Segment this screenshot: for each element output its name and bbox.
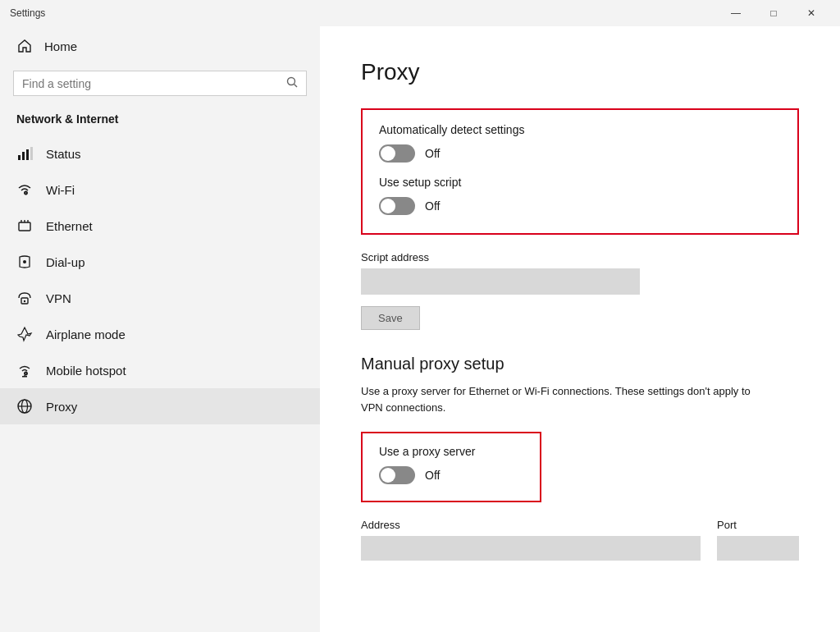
search-input[interactable] (22, 77, 280, 90)
main-content: Proxy Automatically detect settings Off … (320, 26, 840, 632)
svg-rect-6 (19, 222, 30, 231)
address-label: Address (361, 519, 701, 531)
maximize-button[interactable]: □ (755, 0, 792, 26)
address-input[interactable] (361, 536, 701, 561)
sidebar: Home Network & Internet (0, 26, 320, 632)
port-input[interactable] (717, 536, 799, 561)
minimize-button[interactable]: — (717, 0, 755, 26)
page-title: Proxy (361, 59, 799, 85)
svg-rect-4 (26, 149, 29, 160)
home-icon (16, 38, 33, 54)
setup-script-label: Use setup script (379, 176, 781, 189)
auto-detect-toggle-text: Off (425, 147, 440, 160)
proxy-icon (16, 398, 33, 414)
svg-rect-14 (22, 376, 27, 378)
sidebar-item-label: Proxy (46, 400, 77, 414)
manual-proxy-title: Manual proxy setup (361, 355, 799, 373)
sidebar-section-title: Network & Internet (0, 108, 320, 135)
sidebar-item-label: Wi-Fi (46, 183, 75, 197)
close-button[interactable]: ✕ (792, 0, 830, 26)
sidebar-item-wifi[interactable]: Wi-Fi (0, 172, 320, 208)
search-icon (286, 76, 298, 90)
script-address-input[interactable] (361, 268, 640, 295)
setup-script-toggle-row: Off (379, 197, 781, 215)
use-proxy-server-toggle-text: Off (425, 469, 440, 482)
app-body: Home Network & Internet (0, 26, 840, 632)
manual-proxy-desc: Use a proxy server for Ethernet or Wi-Fi… (361, 383, 771, 415)
vpn-icon (16, 290, 33, 306)
search-box[interactable] (13, 71, 307, 96)
ethernet-icon (16, 218, 33, 234)
use-proxy-server-toggle[interactable] (379, 466, 415, 484)
sidebar-item-label: Airplane mode (46, 327, 126, 341)
sidebar-item-hotspot[interactable]: Mobile hotspot (0, 352, 320, 388)
sidebar-item-label: VPN (46, 291, 71, 305)
sidebar-item-vpn[interactable]: VPN (0, 280, 320, 316)
titlebar: Settings — □ ✕ (0, 0, 840, 26)
auto-detect-toggle[interactable] (379, 144, 415, 163)
status-icon (16, 145, 33, 162)
sidebar-item-ethernet[interactable]: Ethernet (0, 208, 320, 244)
app-title: Settings (10, 7, 717, 19)
sidebar-item-proxy[interactable]: Proxy (0, 388, 320, 424)
sidebar-item-label: Status (46, 147, 81, 161)
svg-point-12 (24, 300, 25, 302)
sidebar-item-label: Mobile hotspot (46, 364, 126, 378)
port-label: Port (717, 519, 799, 531)
svg-line-1 (294, 85, 298, 88)
address-group: Address (361, 519, 701, 561)
sidebar-item-status[interactable]: Status (0, 135, 320, 172)
setup-script-toggle-text: Off (425, 199, 440, 213)
hotspot-icon (16, 362, 33, 378)
airplane-icon (16, 326, 33, 342)
address-port-row: Address Port (361, 519, 799, 561)
svg-point-0 (288, 78, 295, 85)
auto-detect-label: Automatically detect settings (379, 123, 781, 136)
svg-rect-2 (18, 155, 21, 160)
auto-detect-group: Automatically detect settings Off (379, 123, 781, 163)
use-proxy-server-toggle-row: Off (379, 466, 523, 484)
use-proxy-server-section: Use a proxy server Off (361, 432, 541, 502)
wifi-icon (16, 181, 33, 198)
sidebar-item-airplane[interactable]: Airplane mode (0, 316, 320, 352)
auto-proxy-section: Automatically detect settings Off Use se… (361, 108, 799, 235)
use-proxy-server-label: Use a proxy server (379, 445, 523, 458)
sidebar-item-label: Dial-up (46, 255, 85, 269)
window-controls: — □ ✕ (717, 0, 830, 26)
sidebar-item-dialup[interactable]: Dial-up (0, 244, 320, 280)
port-group: Port (717, 519, 799, 561)
setup-script-toggle[interactable] (379, 197, 415, 215)
script-address-label: Script address (361, 251, 799, 263)
home-label: Home (44, 39, 77, 53)
save-button[interactable]: Save (361, 306, 420, 330)
svg-point-10 (23, 260, 26, 263)
script-address-group: Script address (361, 251, 799, 295)
sidebar-item-home[interactable]: Home (0, 26, 320, 66)
dialup-icon (16, 254, 33, 270)
sidebar-item-label: Ethernet (46, 219, 93, 233)
auto-detect-toggle-row: Off (379, 144, 781, 163)
svg-rect-5 (30, 147, 33, 160)
svg-rect-3 (22, 152, 25, 160)
setup-script-group: Use setup script Off (379, 176, 781, 215)
